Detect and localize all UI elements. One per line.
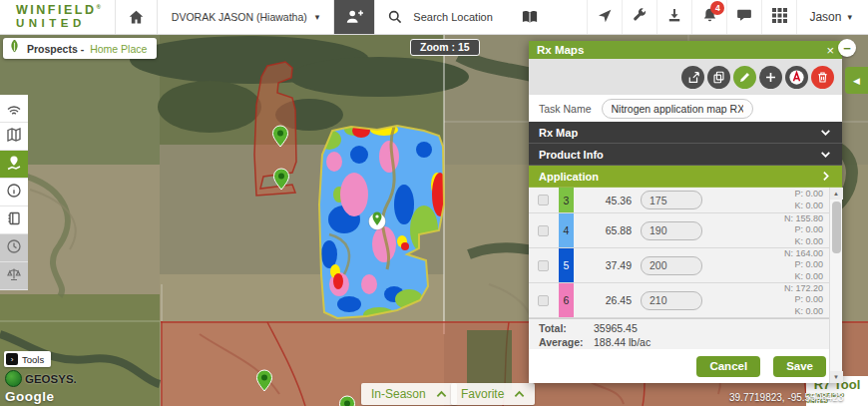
scrollbar-thumb[interactable] xyxy=(832,202,841,253)
grower-selector[interactable]: DVORAK JASON (Hiawatha) ▾ xyxy=(158,0,333,34)
layers-signal-button[interactable] xyxy=(0,95,28,123)
download-icon xyxy=(666,7,682,27)
row-checkbox[interactable] xyxy=(538,195,549,205)
prospect-chip[interactable]: Prospects - Home Place xyxy=(3,38,157,59)
cancel-button[interactable]: Cancel xyxy=(696,356,760,377)
locate-button[interactable] xyxy=(587,0,622,34)
add-button[interactable] xyxy=(759,66,782,89)
save-button[interactable]: Save xyxy=(773,356,826,377)
user-name: Jason xyxy=(809,10,841,24)
messages-button[interactable] xyxy=(726,0,761,34)
in-season-label: In-Season xyxy=(371,387,426,401)
table-row: 3 45.36 P: 0.00 K: 0.00 xyxy=(529,188,829,213)
chevron-up-icon xyxy=(514,387,525,401)
leaf-icon xyxy=(8,39,21,58)
zone-color-swatch: 5 xyxy=(559,248,574,282)
settings-button[interactable] xyxy=(622,0,656,34)
accordion-product-info[interactable]: Product Info xyxy=(529,144,842,166)
table-row: 5 37.49 N: 164.00 P: 0.00 K: 0.00 xyxy=(529,248,829,283)
clock-icon xyxy=(6,238,22,258)
totals-summary: Total: 35965.45 Average: 188.44 lb/ac xyxy=(529,318,842,349)
favorite-filter-button[interactable]: Favorite xyxy=(451,383,535,405)
panel-collapse-arrow-button[interactable]: ◀ xyxy=(845,67,868,94)
add-grower-button[interactable] xyxy=(334,0,374,34)
chevron-up-icon xyxy=(436,387,447,401)
tools-label: Tools xyxy=(22,354,44,365)
accordion-application[interactable]: Application xyxy=(529,166,842,188)
rate-input[interactable] xyxy=(641,291,702,310)
rx-maps-panel: Rx Maps × xyxy=(529,41,842,383)
chevron-down-icon: ▾ xyxy=(315,12,320,22)
notification-badge: 4 xyxy=(710,1,724,15)
average-value: 188.44 lb/ac xyxy=(594,336,651,348)
table-scrollbar[interactable]: ▲ ▼ xyxy=(829,188,842,383)
notebook-button[interactable] xyxy=(0,206,28,234)
rate-input[interactable] xyxy=(641,191,702,209)
geosys-globe-icon xyxy=(5,370,22,387)
chat-bubble-icon xyxy=(736,7,752,27)
zone-area-value: 37.49 xyxy=(574,259,632,271)
row-checkbox[interactable] xyxy=(538,295,549,306)
field-pin-marker[interactable] xyxy=(340,396,355,406)
average-label: Average: xyxy=(539,336,594,348)
field-book-button[interactable] xyxy=(509,0,551,34)
rate-zone-table: 3 45.36 P: 0.00 K: 0.00 4 65.88 xyxy=(529,188,842,318)
task-name-input[interactable] xyxy=(602,99,753,119)
row-checkbox[interactable] xyxy=(538,225,549,236)
row-checkbox[interactable] xyxy=(538,260,549,271)
geosys-logo: GEOSYS. xyxy=(5,370,77,387)
apps-button[interactable] xyxy=(761,0,796,34)
home-icon xyxy=(128,9,145,26)
export-button[interactable] xyxy=(681,66,704,89)
duplicate-button[interactable] xyxy=(707,66,730,89)
edit-button[interactable] xyxy=(733,66,756,89)
tools-button[interactable]: › Tools xyxy=(4,351,51,367)
rate-input[interactable] xyxy=(641,221,702,240)
maps-button[interactable] xyxy=(0,123,28,151)
npk-values: N: 155.80 P: 0.00 K: 0.00 xyxy=(702,213,829,248)
info-button[interactable] xyxy=(0,179,28,206)
zone-color-swatch: 3 xyxy=(559,188,574,212)
total-value: 35965.45 xyxy=(594,322,638,334)
prospect-chip-value: Home Place xyxy=(90,43,147,55)
zoom-level-tooltip: Zoom : 15 xyxy=(410,39,480,56)
zone-area-value: 45.36 xyxy=(574,195,632,206)
close-icon[interactable]: × xyxy=(826,44,834,57)
scroll-up-arrow[interactable]: ▲ xyxy=(830,188,843,200)
npk-values: P: 0.00 K: 0.00 xyxy=(702,189,829,211)
zone-area-value: 65.88 xyxy=(574,224,632,236)
navigation-arrow-icon xyxy=(597,7,613,27)
grower-selector-label: DVORAK JASON (Hiawatha) xyxy=(172,11,307,23)
scroll-down-arrow[interactable]: ▼ xyxy=(830,371,843,383)
open-book-icon xyxy=(521,9,539,25)
notebook-icon xyxy=(6,210,22,230)
history-button[interactable] xyxy=(0,234,28,262)
rate-input[interactable] xyxy=(641,256,702,275)
rx-maps-button[interactable] xyxy=(0,151,28,179)
rx-maps-panel-header: Rx Maps × xyxy=(529,41,842,59)
pdf-export-button[interactable] xyxy=(785,66,808,89)
google-logo: Google xyxy=(5,389,55,404)
downloads-button[interactable] xyxy=(656,0,691,34)
winfield-united-logo: WINFIELD® UNITED xyxy=(0,0,115,34)
rx-maps-toolbar xyxy=(529,59,842,95)
home-button[interactable] xyxy=(116,0,157,34)
compare-button[interactable] xyxy=(0,262,28,290)
folded-map-icon xyxy=(6,127,22,147)
map-tool-rail xyxy=(0,95,28,290)
task-name-label: Task Name xyxy=(539,103,592,115)
user-menu[interactable]: Jason ▾ xyxy=(796,0,868,34)
delete-button[interactable] xyxy=(811,66,834,89)
map-coordinates: 39.7719823, -95.5508423 xyxy=(729,392,844,403)
wrench-icon xyxy=(632,7,648,27)
search-location[interactable]: Search Location xyxy=(375,0,505,34)
navbar-right-icons: 4 Jason ▾ xyxy=(587,0,868,34)
info-icon xyxy=(6,183,22,203)
tools-arrow-icon: › xyxy=(6,353,18,365)
zone-color-swatch: 4 xyxy=(559,213,574,247)
notifications-button[interactable]: 4 xyxy=(691,0,726,34)
panel-minimize-button[interactable]: − xyxy=(838,39,856,57)
application-section-body: 3 45.36 P: 0.00 K: 0.00 4 65.88 xyxy=(529,188,842,383)
accordion-rx-map[interactable]: Rx Map xyxy=(529,122,842,144)
in-season-filter-button[interactable]: In-Season xyxy=(361,383,457,405)
